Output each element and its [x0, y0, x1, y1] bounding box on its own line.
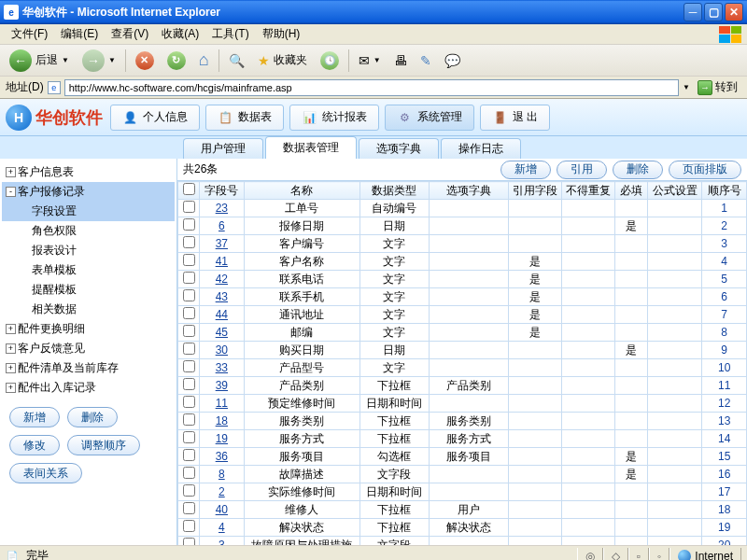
field-id[interactable]: 6 [200, 217, 245, 235]
action-btn-1[interactable]: 引用 [557, 161, 607, 179]
side-btn-0[interactable]: 新增 [9, 407, 60, 427]
row-check[interactable] [178, 413, 200, 430]
field-id[interactable]: 11 [200, 395, 245, 413]
col-3[interactable]: 数据类型 [359, 182, 430, 200]
tree-child-1-1[interactable]: 角色权限 [2, 221, 175, 241]
menu-edit[interactable]: 编辑(E) [55, 24, 104, 44]
field-id[interactable]: 2 [200, 483, 245, 501]
tree-child-1-2[interactable]: 报表设计 [2, 241, 175, 260]
favorites-button[interactable]: ★收藏夹 [254, 50, 311, 70]
menu-fav[interactable]: 收藏(A) [156, 24, 204, 44]
tree-item-3[interactable]: + 客户反馈意见 [2, 339, 175, 358]
row-check[interactable] [178, 359, 200, 377]
action-btn-0[interactable]: 新增 [500, 161, 551, 179]
field-id[interactable]: 33 [200, 359, 245, 377]
field-id[interactable]: 39 [200, 377, 245, 395]
field-id[interactable]: 41 [200, 253, 245, 271]
tree-expand-icon[interactable]: + [6, 363, 16, 373]
nav-3[interactable]: ⚙系统管理 [385, 105, 474, 131]
minimize-button[interactable]: ─ [684, 3, 702, 21]
nav-0[interactable]: 👤个人信息 [110, 105, 200, 131]
tree-expand-icon[interactable]: + [6, 383, 16, 393]
nav-4[interactable]: 🚪退 出 [480, 105, 550, 131]
field-id[interactable]: 37 [200, 235, 245, 253]
discuss-button[interactable]: 💬 [441, 51, 464, 70]
col-5[interactable]: 引用字段 [509, 182, 562, 200]
tree-item-4[interactable]: + 配件清单及当前库存 [2, 358, 175, 378]
menu-tools[interactable]: 工具(T) [206, 24, 254, 44]
row-check[interactable] [178, 519, 200, 537]
action-btn-3[interactable]: 页面排版 [669, 161, 741, 179]
tree-item-5[interactable]: + 配件出入库记录 [2, 378, 175, 398]
field-id[interactable]: 8 [200, 466, 245, 483]
row-check[interactable] [178, 253, 200, 271]
col-9[interactable]: 顺序号 [702, 182, 747, 200]
row-check[interactable] [178, 288, 200, 306]
menu-file[interactable]: 文件(F) [6, 24, 53, 44]
mail-button[interactable]: ✉▼ [355, 51, 385, 70]
row-check[interactable] [178, 395, 200, 413]
history-button[interactable]: 🕓 [317, 49, 343, 72]
col-0[interactable] [178, 182, 200, 200]
row-check[interactable] [178, 430, 200, 448]
field-id[interactable]: 18 [200, 413, 245, 430]
field-id[interactable]: 30 [200, 342, 245, 359]
col-8[interactable]: 公式设置 [647, 182, 702, 200]
action-btn-2[interactable]: 删除 [613, 161, 663, 179]
refresh-button[interactable]: ↻ [163, 49, 190, 72]
col-6[interactable]: 不得重复 [562, 182, 615, 200]
row-check[interactable] [178, 501, 200, 519]
tree-child-1-4[interactable]: 提醒模板 [2, 280, 175, 300]
edit-button[interactable]: ✎ [416, 51, 435, 70]
field-id[interactable]: 3 [200, 537, 245, 546]
field-id[interactable]: 42 [200, 271, 245, 288]
row-check[interactable] [178, 537, 200, 546]
tab-0[interactable]: 用户管理 [183, 138, 263, 159]
menu-help[interactable]: 帮助(H) [257, 24, 306, 44]
table-scroll[interactable]: 字段号名称数据类型选项字典引用字段不得重复必填公式设置顺序号 23工单号自动编号… [177, 181, 747, 545]
address-input[interactable] [64, 79, 679, 96]
tree-child-1-3[interactable]: 表单模板 [2, 260, 175, 280]
tab-1[interactable]: 数据表管理 [265, 136, 357, 159]
field-id[interactable]: 23 [200, 200, 245, 217]
tree-expand-icon[interactable]: + [6, 167, 16, 177]
tree-item-1[interactable]: - 客户报修记录 [2, 182, 175, 202]
row-check[interactable] [178, 324, 200, 342]
col-1[interactable]: 字段号 [200, 182, 245, 200]
row-check[interactable] [178, 377, 200, 395]
home-button[interactable]: ⌂ [195, 49, 213, 72]
row-check[interactable] [178, 200, 200, 217]
row-check[interactable] [178, 466, 200, 483]
field-id[interactable]: 40 [200, 501, 245, 519]
stop-button[interactable]: ✕ [132, 49, 158, 72]
select-all-checkbox[interactable] [183, 183, 195, 195]
col-4[interactable]: 选项字典 [430, 182, 509, 200]
side-btn-3[interactable]: 调整顺序 [67, 435, 140, 455]
side-btn-4[interactable]: 表间关系 [9, 463, 82, 483]
row-check[interactable] [178, 235, 200, 253]
field-id[interactable]: 36 [200, 448, 245, 466]
row-check[interactable] [178, 483, 200, 501]
field-id[interactable]: 45 [200, 324, 245, 342]
back-button[interactable]: ←后退▼ [6, 48, 73, 74]
print-button[interactable]: 🖶 [390, 51, 411, 70]
field-id[interactable]: 19 [200, 430, 245, 448]
nav-1[interactable]: 📋数据表 [205, 105, 284, 131]
tab-2[interactable]: 选项字典 [359, 138, 439, 159]
row-check[interactable] [178, 217, 200, 235]
tree-expand-icon[interactable]: + [6, 324, 16, 334]
side-btn-1[interactable]: 删除 [67, 407, 118, 427]
tab-3[interactable]: 操作日志 [441, 138, 521, 159]
field-id[interactable]: 4 [200, 519, 245, 537]
row-check[interactable] [178, 306, 200, 324]
close-button[interactable]: ✕ [725, 3, 743, 21]
forward-button[interactable]: →▼ [78, 48, 120, 74]
tree-expand-icon[interactable]: + [6, 343, 16, 354]
address-dropdown-icon[interactable]: ▼ [683, 83, 690, 91]
row-check[interactable] [178, 448, 200, 466]
tree-child-1-0[interactable]: 字段设置 [2, 202, 175, 221]
nav-2[interactable]: 📊统计报表 [289, 105, 379, 131]
field-id[interactable]: 44 [200, 306, 245, 324]
tree-expand-icon[interactable]: - [6, 187, 16, 197]
col-7[interactable]: 必填 [615, 182, 648, 200]
